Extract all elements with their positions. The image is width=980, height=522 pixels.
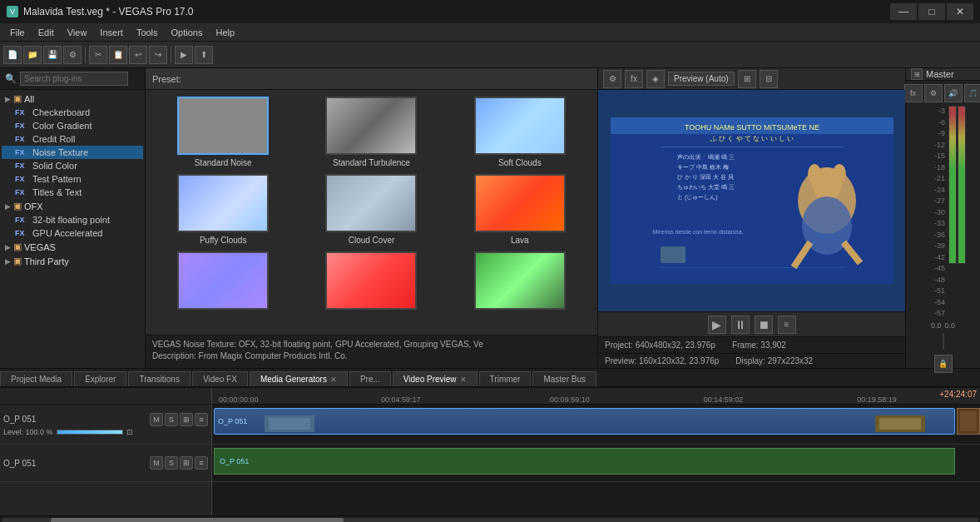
tab-explorer[interactable]: Explorer (74, 371, 126, 386)
tree-folder-all[interactable]: ▶▣All (2, 92, 143, 106)
track1-level-bar[interactable] (57, 430, 123, 435)
copy-button[interactable]: 📋 (109, 46, 127, 64)
stop-button[interactable]: ⏹ (755, 316, 773, 334)
preview-fx-icon[interactable]: fx (625, 70, 643, 88)
preview-grid-icon[interactable]: ⊞ (738, 70, 756, 88)
preset-item-4[interactable]: Cloud Cover (300, 174, 442, 245)
undo-button[interactable]: ↩ (129, 46, 147, 64)
mixer-eq-icon[interactable]: ⚙ (924, 84, 943, 102)
mixer-fx-icon[interactable]: fx (904, 84, 923, 102)
play-button[interactable]: ▶ (708, 316, 726, 334)
clip-1[interactable]: O_P 051 (214, 408, 955, 435)
tree-item-solid-color[interactable]: FXSolid Color (2, 159, 143, 172)
track1-expand[interactable]: ⊞ (180, 413, 193, 426)
render-button[interactable]: ▶ (175, 46, 193, 64)
preset-item-7[interactable] (300, 251, 442, 313)
close-button[interactable]: ✕ (947, 3, 973, 20)
preview-dropdown[interactable]: Preview (Auto) (668, 72, 735, 86)
tree-folder-third-party[interactable]: ▶▣Third Party (2, 254, 143, 268)
preview-scope-icon[interactable]: ◈ (646, 70, 665, 88)
tab-media-generators[interactable]: Media Generators✕ (250, 371, 348, 386)
tree-item-32-bit-floating-point[interactable]: FX32-bit floating point (2, 213, 143, 226)
tab-project-media[interactable]: Project Media (0, 371, 72, 386)
mixer-level-display: -3 -6 -9 -12 -15 -18 -21 -24 -27 -30 -33… (920, 106, 966, 320)
track2-mute[interactable]: M (150, 456, 163, 470)
track1-solo[interactable]: S (165, 413, 178, 426)
main-area: 🔍 ▶▣AllFXCheckerboardFXColor GradientFXC… (0, 68, 980, 368)
ruler-marks: 00:00:00:00 00:04:59:17 00:09:59:10 00:1… (212, 388, 980, 404)
mixer-bus2-icon[interactable]: 🎵 (964, 84, 981, 102)
plugins-search-bar[interactable]: 🔍 (0, 68, 145, 90)
scrollbar-track[interactable] (2, 518, 978, 523)
preview-settings-icon[interactable]: ⚙ (603, 70, 621, 88)
tree-item-test-pattern[interactable]: FXTest Pattern (2, 172, 143, 186)
tab-trimmer[interactable]: Trimmer (479, 371, 532, 386)
tree-item-checkerboard[interactable]: FXCheckerboard (2, 106, 143, 119)
fx-badge: FX (15, 188, 30, 196)
search-input[interactable] (20, 72, 128, 86)
track2-solo[interactable]: S (165, 456, 178, 470)
maximize-button[interactable]: □ (918, 3, 945, 20)
tab-master-bus[interactable]: Master Bus (532, 371, 596, 386)
preset-item-0[interactable]: Standard Noise (152, 97, 294, 167)
mixer-settings-icon[interactable]: ⊞ (911, 68, 923, 80)
menu-item-view[interactable]: View (61, 26, 94, 39)
menu-item-file[interactable]: File (3, 26, 32, 39)
options-button[interactable]: ≡ (778, 316, 796, 334)
preset-item-5[interactable]: Lava (449, 174, 591, 245)
level-mark: -36 (920, 230, 945, 241)
tree-item-titles-&-text[interactable]: FXTitles & Text (2, 186, 143, 199)
tree-folder-ofx[interactable]: ▶▣OFX (2, 199, 143, 213)
tree-folder-vegas[interactable]: ▶▣VEGAS (2, 240, 143, 254)
scrollbar-thumb[interactable] (51, 518, 344, 523)
open-button[interactable]: 📁 (23, 46, 42, 64)
preset-item-8[interactable] (449, 251, 591, 313)
item-label: Noise Texture (32, 147, 88, 157)
tree-item-noise-texture[interactable]: FXNoise Texture (2, 146, 143, 159)
save-button[interactable]: 💾 (43, 46, 62, 64)
window-controls[interactable]: — □ ✕ (890, 3, 973, 20)
tab-video-fx[interactable]: Video FX (192, 371, 248, 386)
track1-level: Level: 100.0 % ⊡ (3, 428, 208, 436)
timeline: 00:23:32:14 +24:24:07 00:00:00:00 00:04:… (0, 386, 980, 522)
meter-bars (948, 106, 966, 320)
preview-snap-icon[interactable]: ⊟ (760, 70, 778, 88)
track1-header: O_P 051 M S ⊞ ≡ (3, 413, 208, 426)
tree-item-gpu-accelerated[interactable]: FXGPU Accelerated (2, 226, 143, 240)
minimize-button[interactable]: — (890, 3, 917, 20)
svg-text:ひ か り 深田 大 谷 貝: ひ か り 深田 大 谷 貝 (677, 174, 734, 181)
track1-mute[interactable]: M (150, 413, 163, 426)
mixer-lock-icon[interactable]: 🔒 (934, 355, 953, 373)
mixer-bus1-icon[interactable]: 🔊 (944, 84, 963, 102)
track2-expand[interactable]: ⊞ (180, 456, 193, 470)
clip2[interactable]: O_P 051 (214, 448, 955, 475)
redo-button[interactable]: ↪ (149, 46, 167, 64)
new-button[interactable]: 📄 (3, 46, 22, 64)
menu-item-tools[interactable]: Tools (130, 26, 165, 39)
preset-item-3[interactable]: Puffy Clouds (152, 174, 294, 245)
cut-button[interactable]: ✂ (89, 46, 107, 64)
preset-item-1[interactable]: Standard Turbulence (300, 97, 442, 167)
settings-button[interactable]: ⚙ (63, 46, 82, 64)
preset-item-6[interactable] (152, 251, 294, 313)
export-button[interactable]: ⬆ (195, 46, 213, 64)
tab-video-preview[interactable]: Video Preview✕ (393, 371, 478, 386)
timeline-scrollbar[interactable] (0, 515, 980, 522)
menu-item-insert[interactable]: Insert (93, 26, 130, 39)
track1-menu[interactable]: ≡ (195, 413, 208, 426)
preset-item-2[interactable]: Soft Clouds (449, 97, 591, 167)
level-mark: -24 (920, 185, 945, 196)
tree-item-color-gradient[interactable]: FXColor Gradient (2, 119, 143, 132)
tab-transitions[interactable]: Transitions (128, 371, 191, 386)
menu-item-edit[interactable]: Edit (32, 26, 61, 39)
tab-close-icon[interactable]: ✕ (330, 375, 337, 384)
tree-item-credit-roll[interactable]: FXCredit Roll (2, 132, 143, 146)
menu-item-options[interactable]: Options (165, 26, 210, 39)
track2-menu[interactable]: ≡ (195, 456, 208, 470)
menu-item-help[interactable]: Help (209, 26, 241, 39)
tab-close-icon[interactable]: ✕ (460, 375, 467, 384)
search-icon: 🔍 (5, 73, 17, 84)
pause-button[interactable]: ⏸ (731, 316, 750, 334)
level-mark: -42 (920, 252, 945, 264)
tab-pre...[interactable]: Pre... (349, 371, 391, 386)
